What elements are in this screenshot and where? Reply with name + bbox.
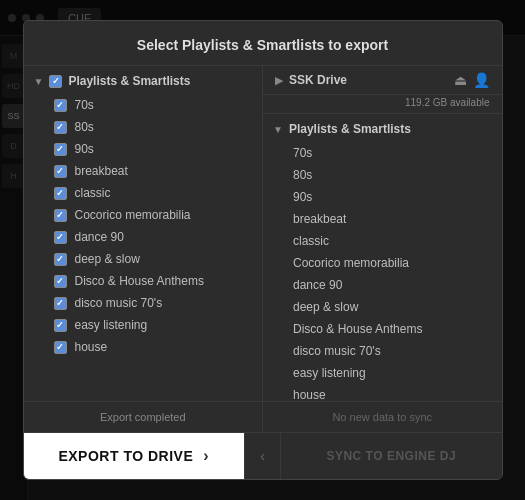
left-playlist-name: 80s (75, 120, 94, 134)
left-playlist-name: deep & slow (75, 252, 140, 266)
list-item: classic (263, 230, 502, 252)
drive-name-label: SSK Drive (289, 73, 448, 87)
modal-overlay: Select Playlists & Smartlists to export … (0, 0, 525, 500)
drive-action-icons: ⏏ 👤 (454, 72, 490, 88)
export-status: Export completed (24, 402, 264, 432)
left-checkbox-80s[interactable] (54, 121, 67, 134)
sync-button-label: SYNC TO ENGINE DJ (326, 449, 456, 463)
right-playlist-name: breakbeat (293, 212, 346, 226)
left-chevron-icon: ▼ (34, 76, 44, 87)
right-playlist-name: deep & slow (293, 300, 358, 314)
left-panel: ▼ Playlists & Smartlists 70s 80s (24, 66, 264, 401)
left-playlist-name: Cocorico memorabilia (75, 208, 191, 222)
status-bar: Export completed No new data to sync (24, 401, 502, 432)
drive-available-space: 119.2 GB available (263, 95, 502, 114)
right-playlist-name: classic (293, 234, 329, 248)
right-playlist-name: house (293, 388, 326, 401)
list-item[interactable]: house (24, 336, 263, 358)
export-modal: Select Playlists & Smartlists to export … (23, 20, 503, 480)
list-item: Disco & House Anthems (263, 318, 502, 340)
list-item: Cocorico memorabilia (263, 252, 502, 274)
left-checkbox-easy[interactable] (54, 319, 67, 332)
list-item: easy listening (263, 362, 502, 384)
drive-header: ▶ SSK Drive ⏏ 👤 (263, 66, 502, 95)
right-section-header: ▼ Playlists & Smartlists (263, 114, 502, 142)
list-item[interactable]: classic (24, 182, 263, 204)
export-chevron-icon: › (203, 447, 209, 465)
modal-panels: ▼ Playlists & Smartlists 70s 80s (24, 66, 502, 401)
left-playlist-name: breakbeat (75, 164, 128, 178)
left-checkbox-house[interactable] (54, 341, 67, 354)
left-playlist-name: disco music 70's (75, 296, 163, 310)
right-panel: ▶ SSK Drive ⏏ 👤 119.2 GB available ▼ Pla… (263, 66, 502, 401)
list-item[interactable]: 70s (24, 94, 263, 116)
action-bar: EXPORT TO DRIVE › ‹ SYNC TO ENGINE DJ (24, 432, 502, 479)
left-playlist-list: 70s 80s 90s breakbeat (24, 94, 263, 401)
list-item[interactable]: 80s (24, 116, 263, 138)
left-playlist-name: 70s (75, 98, 94, 112)
app-background: CUE M HD SS D H Select Playlists & Smart… (0, 0, 525, 500)
list-item: disco music 70's (263, 340, 502, 362)
left-checkbox-cocorico[interactable] (54, 209, 67, 222)
drive-chevron-icon: ▶ (275, 74, 283, 87)
list-item: deep & slow (263, 296, 502, 318)
right-playlist-name: Disco & House Anthems (293, 322, 422, 336)
right-playlist-list: 70s 80s 90s breakbeat classic (263, 142, 502, 401)
left-checkbox-disco70[interactable] (54, 297, 67, 310)
left-checkbox-disco-house[interactable] (54, 275, 67, 288)
left-checkbox-classic[interactable] (54, 187, 67, 200)
eject-icon[interactable]: ⏏ (454, 72, 467, 88)
left-playlist-name: house (75, 340, 108, 354)
user-icon[interactable]: 👤 (473, 72, 490, 88)
export-to-drive-button[interactable]: EXPORT TO DRIVE › (24, 433, 246, 479)
left-playlist-name: 90s (75, 142, 94, 156)
list-item: house (263, 384, 502, 401)
list-item[interactable]: deep & slow (24, 248, 263, 270)
right-playlist-name: disco music 70's (293, 344, 381, 358)
left-section-checkbox[interactable] (49, 75, 62, 88)
left-playlist-name: dance 90 (75, 230, 124, 244)
list-item: breakbeat (263, 208, 502, 230)
list-item[interactable]: easy listening (24, 314, 263, 336)
right-section-label: Playlists & Smartlists (289, 122, 411, 136)
list-item[interactable]: disco music 70's (24, 292, 263, 314)
left-checkbox-dance90[interactable] (54, 231, 67, 244)
left-section-label: Playlists & Smartlists (68, 74, 190, 88)
left-playlist-name: classic (75, 186, 111, 200)
right-chevron-icon: ▼ (273, 124, 283, 135)
nav-back-button[interactable]: ‹ (245, 433, 281, 479)
left-playlist-name: easy listening (75, 318, 148, 332)
list-item[interactable]: 90s (24, 138, 263, 160)
left-checkbox-breakbeat[interactable] (54, 165, 67, 178)
list-item[interactable]: breakbeat (24, 160, 263, 182)
sync-status: No new data to sync (263, 402, 502, 432)
right-playlist-name: dance 90 (293, 278, 342, 292)
right-playlist-name: 80s (293, 168, 312, 182)
sync-to-engine-button: SYNC TO ENGINE DJ (281, 433, 502, 479)
modal-title: Select Playlists & Smartlists to export (24, 21, 502, 66)
export-button-label: EXPORT TO DRIVE (58, 448, 193, 464)
left-checkbox-90s[interactable] (54, 143, 67, 156)
left-checkbox-deepslow[interactable] (54, 253, 67, 266)
right-playlist-name: Cocorico memorabilia (293, 256, 409, 270)
left-checkbox-70s[interactable] (54, 99, 67, 112)
list-item[interactable]: Disco & House Anthems (24, 270, 263, 292)
list-item: dance 90 (263, 274, 502, 296)
list-item: 90s (263, 186, 502, 208)
right-playlist-name: 70s (293, 146, 312, 160)
left-playlist-name: Disco & House Anthems (75, 274, 204, 288)
list-item: 70s (263, 142, 502, 164)
right-playlist-name: easy listening (293, 366, 366, 380)
right-playlist-name: 90s (293, 190, 312, 204)
left-section-header: ▼ Playlists & Smartlists (24, 66, 263, 94)
list-item[interactable]: Cocorico memorabilia (24, 204, 263, 226)
list-item: 80s (263, 164, 502, 186)
list-item[interactable]: dance 90 (24, 226, 263, 248)
